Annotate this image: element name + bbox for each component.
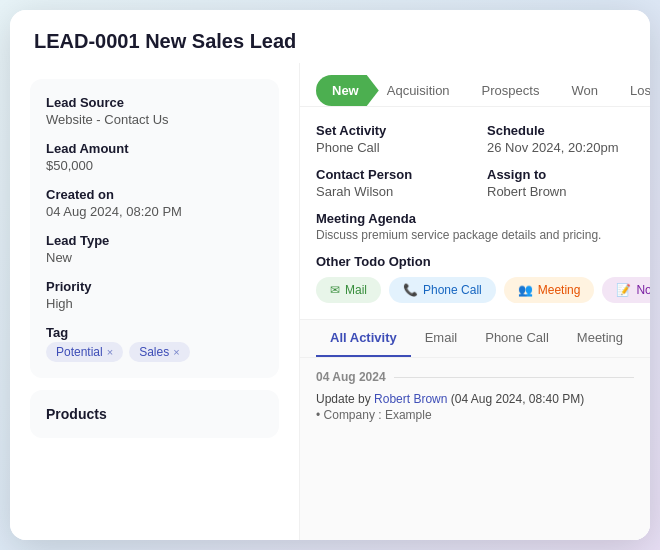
set-activity-label: Set Activity xyxy=(316,123,463,138)
note-icon: 📝 xyxy=(616,283,631,297)
priority-value: High xyxy=(46,296,263,311)
pipeline-tab-lost[interactable]: Lost xyxy=(614,75,650,106)
set-activity-value: Phone Call xyxy=(316,140,463,155)
lead-source-value: Website - Contact Us xyxy=(46,112,263,127)
other-todo-label: Other Todo Option xyxy=(316,254,634,269)
page-title: LEAD-0001 New Sales Lead xyxy=(34,30,626,53)
left-panel: Lead Source Website - Contact Us Lead Am… xyxy=(10,63,300,540)
products-label: Products xyxy=(46,406,263,422)
lead-type-value: New xyxy=(46,250,263,265)
lead-amount-label: Lead Amount xyxy=(46,141,263,156)
mail-icon: ✉ xyxy=(330,283,340,297)
right-panel: New Aqcuisition Prospects Won Lost Set A… xyxy=(300,63,650,540)
company-line: • Company : Example xyxy=(316,408,634,422)
todo-mail-button[interactable]: ✉ Mail xyxy=(316,277,381,303)
phone-icon: 📞 xyxy=(403,283,418,297)
lead-type-label: Lead Type xyxy=(46,233,263,248)
pipeline-tab-new[interactable]: New xyxy=(316,75,379,106)
tag-potential: Potential × xyxy=(46,342,123,362)
update-line: Update by Robert Brown (04 Aug 2024, 08:… xyxy=(316,392,634,406)
products-card: Products xyxy=(30,390,279,438)
log-entry: Update by Robert Brown (04 Aug 2024, 08:… xyxy=(316,392,634,422)
schedule-value: 26 Nov 2024, 20:20pm xyxy=(487,140,634,155)
phone-label: Phone Call xyxy=(423,283,482,297)
meeting-agenda: Meeting Agenda Discuss premium service p… xyxy=(316,211,634,242)
meeting-agenda-text: Discuss premium service package details … xyxy=(316,228,634,242)
lead-amount-field: Lead Amount $50,000 xyxy=(46,141,263,173)
mail-label: Mail xyxy=(345,283,367,297)
todo-phone-button[interactable]: 📞 Phone Call xyxy=(389,277,496,303)
meeting-icon: 👥 xyxy=(518,283,533,297)
priority-field: Priority High xyxy=(46,279,263,311)
pipeline-tab-won[interactable]: Won xyxy=(555,75,614,106)
lead-type-field: Lead Type New xyxy=(46,233,263,265)
assign-to-field: Assign to Robert Brown xyxy=(487,167,634,199)
update-author-link[interactable]: Robert Brown xyxy=(374,392,447,406)
activity-section: Set Activity Phone Call Schedule 26 Nov … xyxy=(300,107,650,320)
log-date-header: 04 Aug 2024 xyxy=(316,370,634,384)
app-window: LEAD-0001 New Sales Lead Lead Source Web… xyxy=(10,10,650,540)
lead-source-field: Lead Source Website - Contact Us xyxy=(46,95,263,127)
remove-potential-tag[interactable]: × xyxy=(107,346,113,358)
meeting-label: Meeting xyxy=(538,283,581,297)
contact-person-field: Contact Person Sarah Wilson xyxy=(316,167,463,199)
lead-amount-value: $50,000 xyxy=(46,158,263,173)
todo-buttons-row: ✉ Mail 📞 Phone Call 👥 Meeting 📝 xyxy=(316,277,634,303)
tags-row: Potential × Sales × xyxy=(46,342,263,362)
activity-grid: Set Activity Phone Call Schedule 26 Nov … xyxy=(316,123,634,199)
todo-meeting-button[interactable]: 👥 Meeting xyxy=(504,277,595,303)
tag-field: Tag Potential × Sales × xyxy=(46,325,263,362)
contact-person-value: Sarah Wilson xyxy=(316,184,463,199)
main-content: Lead Source Website - Contact Us Lead Am… xyxy=(10,63,650,540)
note-label: Note xyxy=(636,283,650,297)
pipeline-tab-acquisition[interactable]: Aqcuisition xyxy=(379,75,466,106)
meeting-agenda-label: Meeting Agenda xyxy=(316,211,634,226)
assign-to-value: Robert Brown xyxy=(487,184,634,199)
remove-sales-tag[interactable]: × xyxy=(173,346,179,358)
tag-sales: Sales × xyxy=(129,342,189,362)
todo-note-button[interactable]: 📝 Note xyxy=(602,277,650,303)
log-tabs: All Activity Email Phone Call Meeting xyxy=(300,320,650,358)
assign-to-label: Assign to xyxy=(487,167,634,182)
other-todo-section: Other Todo Option ✉ Mail 📞 Phone Call 👥 xyxy=(316,254,634,303)
pipeline-tab-prospects[interactable]: Prospects xyxy=(466,75,556,106)
header: LEAD-0001 New Sales Lead xyxy=(10,10,650,63)
set-activity-field: Set Activity Phone Call xyxy=(316,123,463,155)
created-on-value: 04 Aug 2024, 08:20 PM xyxy=(46,204,263,219)
priority-label: Priority xyxy=(46,279,263,294)
pipeline-tabs: New Aqcuisition Prospects Won Lost xyxy=(300,63,650,107)
schedule-field: Schedule 26 Nov 2024, 20:20pm xyxy=(487,123,634,155)
info-card: Lead Source Website - Contact Us Lead Am… xyxy=(30,79,279,378)
lead-source-label: Lead Source xyxy=(46,95,263,110)
contact-person-label: Contact Person xyxy=(316,167,463,182)
log-content: 04 Aug 2024 Update by Robert Brown (04 A… xyxy=(300,358,650,540)
created-on-field: Created on 04 Aug 2024, 08:20 PM xyxy=(46,187,263,219)
schedule-label: Schedule xyxy=(487,123,634,138)
tag-label: Tag xyxy=(46,325,263,340)
created-on-label: Created on xyxy=(46,187,263,202)
log-tab-all-activity[interactable]: All Activity xyxy=(316,320,411,357)
log-tab-email[interactable]: Email xyxy=(411,320,472,357)
log-tab-phone-call[interactable]: Phone Call xyxy=(471,320,563,357)
log-tab-meeting[interactable]: Meeting xyxy=(563,320,637,357)
